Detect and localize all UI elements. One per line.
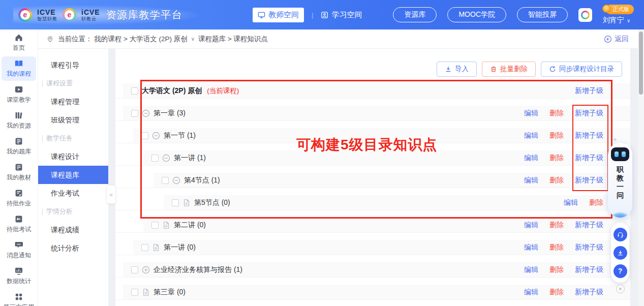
- add-child-link[interactable]: 新增子级: [575, 154, 603, 163]
- tree-row-body[interactable]: 大学语文 (2P) 原创(当前课程): [123, 83, 630, 98]
- row-actions: 编辑删除新增子级: [524, 218, 603, 233]
- delete-link[interactable]: 删除: [549, 265, 564, 274]
- submenu-item-10[interactable]: 统计分析: [38, 239, 108, 257]
- breadcrumb-seg2[interactable]: 课程题库 > 课程知识点: [198, 35, 268, 44]
- delete-link[interactable]: 删除: [549, 154, 564, 163]
- edit-link[interactable]: 编辑: [524, 288, 538, 297]
- row-checkbox[interactable]: [131, 110, 138, 117]
- submenu-item-6[interactable]: 课程题库: [38, 166, 108, 184]
- add-child-link[interactable]: 新增子级: [575, 131, 603, 140]
- delete-link[interactable]: 删除: [589, 198, 603, 207]
- sidebar-collapse-handle[interactable]: «: [106, 185, 116, 204]
- row-checkbox[interactable]: [151, 222, 159, 229]
- submenu-item-7[interactable]: 作业考试: [38, 184, 108, 202]
- edit-link[interactable]: 编辑: [524, 109, 538, 118]
- tree-row-body[interactable]: 第5节点 (0): [164, 195, 630, 210]
- edit-link[interactable]: 编辑: [524, 265, 538, 274]
- document-icon[interactable]: [152, 243, 160, 252]
- add-child-link[interactable]: 新增子级: [575, 109, 603, 118]
- edit-link[interactable]: 编辑: [524, 221, 538, 230]
- row-checkbox[interactable]: [172, 199, 179, 206]
- back-button[interactable]: 返回: [604, 35, 630, 44]
- batch-delete-button[interactable]: 批量删除: [482, 62, 536, 77]
- row-checkbox[interactable]: [131, 87, 138, 95]
- sidebar-item-4[interactable]: 我的题库: [2, 134, 36, 159]
- sidebar-item-9[interactable]: 数据统计: [2, 264, 36, 288]
- sidebar-item-6[interactable]: 待批作业: [2, 186, 36, 210]
- sidebar-item-5[interactable]: 我的教材: [2, 160, 36, 185]
- learning-space-button[interactable]: 学习空间: [321, 10, 362, 20]
- row-checkbox[interactable]: [131, 289, 138, 296]
- sidebar-item-0[interactable]: 首页: [2, 30, 36, 55]
- submenu-item-3[interactable]: 班级管理: [38, 111, 108, 129]
- sidebar-item-7[interactable]: 待批考试: [2, 212, 36, 236]
- zhijiao-yiwen-assistant[interactable]: 职教一问: [608, 143, 632, 218]
- help-button[interactable]: ?: [614, 264, 627, 278]
- teacher-space-button[interactable]: 教师空间: [253, 8, 304, 22]
- sidebar-item-10[interactable]: 第三方应用: [2, 290, 36, 306]
- submenu-item-5[interactable]: 课程设计: [38, 147, 108, 166]
- import-button[interactable]: 导入: [437, 62, 477, 77]
- row-checkbox[interactable]: [141, 132, 148, 139]
- row-actions: 编辑删除新增子级: [524, 285, 603, 300]
- delete-link[interactable]: 删除: [549, 176, 564, 185]
- breadcrumb-seg1[interactable]: 当前位置： 我的课程 > 大学语文 (2P) 原创: [58, 35, 188, 44]
- delete-link[interactable]: 删除: [549, 131, 564, 140]
- collapse-minus-icon[interactable]: [162, 154, 170, 162]
- user-name: 刘宵宁: [603, 16, 624, 25]
- row-checkbox[interactable]: [162, 177, 169, 184]
- avatar[interactable]: [578, 8, 592, 22]
- header-pill-0[interactable]: 资源库: [393, 7, 437, 22]
- avatar-logo-icon: [581, 11, 590, 19]
- edit-link[interactable]: 编辑: [524, 176, 538, 185]
- breadcrumb-dropdown-caret[interactable]: ∨: [191, 36, 195, 42]
- close-float-button[interactable]: ✕: [616, 285, 625, 293]
- tree-row-label: 第一节 (1): [164, 131, 196, 140]
- sync-outline-button[interactable]: 同步课程设计目录: [541, 62, 622, 77]
- submenu-item-2[interactable]: 课程管理: [38, 93, 108, 111]
- edit-link[interactable]: 编辑: [524, 131, 538, 140]
- header-pill-2[interactable]: 智能投屏: [517, 7, 568, 22]
- delete-link[interactable]: 删除: [549, 243, 564, 252]
- collapse-minus-icon[interactable]: [142, 109, 150, 117]
- sidebar-item-label: 我的题库: [7, 147, 31, 156]
- add-child-link[interactable]: 新增子级: [575, 176, 603, 185]
- submenu-item-0[interactable]: 课程引导: [38, 56, 108, 74]
- delete-link[interactable]: 删除: [549, 109, 564, 118]
- add-child-link[interactable]: 新增子级: [575, 243, 603, 252]
- add-child-link[interactable]: 新增子级: [575, 86, 603, 96]
- collapse-minus-icon[interactable]: [152, 132, 160, 140]
- header-pill-1[interactable]: MOOC学院: [447, 7, 506, 22]
- add-child-link[interactable]: 新增子级: [575, 288, 603, 297]
- edit-link[interactable]: 编辑: [524, 243, 538, 252]
- row-actions: 编辑删除新增子级: [524, 173, 603, 188]
- user-menu[interactable]: 刘宵宁 ∨: [603, 16, 630, 25]
- row-checkbox[interactable]: [131, 266, 138, 273]
- row-checkbox[interactable]: [141, 244, 148, 251]
- delete-link[interactable]: 删除: [549, 221, 564, 230]
- submenu-item-9[interactable]: 课程成绩: [38, 221, 108, 239]
- collapse-minus-icon[interactable]: [172, 176, 180, 185]
- add-child-link[interactable]: 新增子级: [575, 265, 603, 274]
- document-icon[interactable]: [162, 221, 170, 229]
- scrollbar-thumb[interactable]: [639, 32, 643, 95]
- customer-service-button[interactable]: [614, 228, 627, 241]
- document-icon[interactable]: [182, 199, 191, 207]
- app-title: 资源库教学平台: [106, 8, 183, 22]
- edit-link[interactable]: 编辑: [524, 154, 538, 163]
- row-checkbox[interactable]: [151, 155, 159, 162]
- row-actions: 编辑删除新增子级: [524, 106, 603, 121]
- add-child-link[interactable]: 新增子级: [575, 221, 603, 230]
- sidebar-item-label: 首页: [13, 44, 25, 52]
- download-button[interactable]: [614, 246, 627, 260]
- user-box: 正式版 刘宵宁 ∨: [603, 5, 634, 25]
- sidebar-item-8[interactable]: 消息通知: [2, 238, 36, 262]
- document-icon[interactable]: [142, 288, 150, 296]
- edit-link[interactable]: 编辑: [564, 198, 578, 207]
- sidebar-item-1[interactable]: 我的课程: [2, 56, 36, 81]
- sidebar-item-2[interactable]: 课堂教学: [2, 82, 36, 107]
- brand: ICVE智慧职教 iCVE职教云 资源库教学平台: [13, 5, 201, 25]
- delete-link[interactable]: 删除: [549, 288, 564, 297]
- expand-plus-icon[interactable]: [142, 266, 150, 274]
- sidebar-item-3[interactable]: 我的资源: [2, 108, 36, 133]
